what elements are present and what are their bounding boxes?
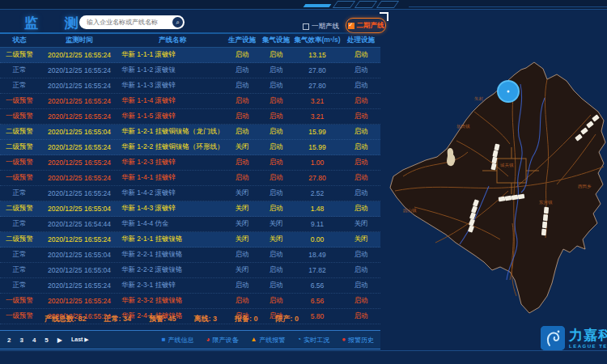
legend-item[interactable]: ■产线信息 [162,336,194,345]
table-row[interactable]: 正常2020/12/25 16:55:24华新 1-1-3 滚镀锌启动启动27.… [0,78,380,94]
summary-item: 预警: 45 [149,314,176,324]
table-cell: 2020/12/25 16:55:24 [39,66,120,74]
table-cell: 启动 [342,112,380,121]
legend-label: 产线信息 [168,336,194,345]
table-cell: 15.99 [293,128,342,136]
page-button[interactable]: 3 [19,336,23,344]
table-cell: 启动 [259,66,293,75]
table-cell: 启动 [225,50,259,60]
table-cell: 启动 [259,81,293,91]
table-cell: 启动 [225,127,259,137]
table-cell: 启动 [259,112,293,121]
search-box[interactable]: ⌕ [79,15,185,29]
table-cell: 一级预警 [0,173,39,183]
column-header: 监测时间 [39,36,120,45]
table-header-row: 状态监测时间产线名称生产设施集气设施集气效率(m³/s)处理设施 [0,34,380,48]
table-cell: 6.56 [293,281,342,290]
column-header: 处理设施 [342,36,380,45]
table-cell: 华新 1-1-5 滚镀锌 [120,112,225,121]
page-button[interactable]: 5 [45,336,48,344]
legend-item[interactable]: ▲产线报警 [250,336,285,345]
search-icon[interactable]: ⌕ [172,17,183,28]
facility-marker[interactable] [541,229,546,235]
table-row[interactable]: 正常2020/12/25 16:55:04华新 2-2-2 滚镀镍铬关闭启动17… [0,263,380,278]
table-row[interactable]: 正常2020/12/25 16:55:24华新 1-4-2 滚镀锌关闭启动2.5… [0,186,380,201]
table-cell: 启动 [342,50,380,60]
table-cell: 启动 [259,265,293,275]
table-row[interactable]: 正常2020/12/25 16:54:44华新 1-4-4 仿金关闭关闭9.11… [0,217,380,232]
table-cell: 2.52 [293,189,342,197]
table-row[interactable]: 正常2020/12/25 16:55:24华新 1-1-2 滚镀镍启动启动27.… [0,63,380,78]
table-cell: 正常 [0,81,39,91]
phase1-checkbox[interactable]: 一期产线 [303,22,339,32]
checkbox-unchecked-icon[interactable] [303,23,309,30]
table-cell: 2020/12/25 16:55:24 [39,97,120,105]
table-row[interactable]: 正常2020/12/25 16:55:04华新 2-2-1 挂镀镍铬启动启动18… [0,248,380,263]
page-button[interactable]: 4 [32,336,36,344]
checkbox-checked-icon[interactable] [348,23,354,29]
summary-bar: 产线总数: 82正常: 34预警: 45离线: 3报备: 0限产: 0 [0,311,380,327]
facility-marker[interactable] [518,194,525,200]
next-page-button[interactable]: ▶ [57,336,62,344]
table-row[interactable]: 一级预警2020/12/25 16:55:24华新 2-3-2 挂镀镍铬启动启动… [0,294,380,309]
legend-item[interactable]: ◕限产设备 [206,336,239,345]
table-row[interactable]: 二级预警2020/12/25 16:55:04华新 1-4-3 滚镀锌关闭启动1… [0,201,380,217]
region-map[interactable]: 朱村坂田镇城关镇西田乡园山镇东河镇 [379,37,607,325]
table-cell: 启动 [259,158,293,167]
table-cell: 二级预警 [0,204,39,214]
phase1-label: 一期产线 [312,22,339,32]
table-row[interactable]: 一级预警2020/12/25 16:55:24华新 1-4-1 挂镀锌启动启动2… [0,171,380,186]
table-cell: 华新 1-1-1 滚镀锌 [120,50,225,60]
legend-item[interactable]: ◔实时工况 [297,336,329,345]
table-cell: 启动 [259,281,293,290]
table-row[interactable]: 一级预警2020/12/25 16:55:24华新 1-1-5 滚镀锌启动启动3… [0,109,380,125]
dot-icon: ● [342,336,346,343]
table-row[interactable]: 一级预警2020/12/25 16:55:24华新 1-2-3 挂镀锌启动启动1… [0,155,380,171]
column-header: 集气设施 [259,36,293,45]
facility-marker[interactable] [544,207,549,214]
alert-circle-center-dot [507,91,510,93]
table-cell: 2020/12/25 16:55:24 [39,297,120,305]
legend-bar: ■产线信息◕限产设备▲产线报警◔实时工况●报警历史 [162,336,380,345]
table-cell: 华新 2-2-2 滚镀镍铬 [120,265,225,275]
search-input[interactable] [79,19,172,26]
table-cell: 关闭 [225,265,259,275]
map-place-label: 园山镇 [403,208,417,214]
facility-marker[interactable] [543,214,548,221]
table-cell: 2020/12/25 16:55:24 [39,143,120,151]
page-button[interactable]: 2 [7,336,11,344]
facility-marker[interactable] [542,222,547,228]
facility-marker[interactable] [505,196,512,201]
table-cell: 启动 [342,296,380,306]
facility-marker[interactable] [511,195,519,201]
table-cell: 17.82 [293,266,342,274]
table-cell: 18.49 [293,251,342,259]
legend-item[interactable]: ●报警历史 [342,336,374,345]
table-cell: 华新 1-2-1 挂镀铜镍铬（龙门线） [120,127,225,137]
summary-item: 产线总数: 82 [45,314,87,324]
table-cell: 正常 [0,250,39,260]
last-page-button[interactable]: Last ▶ [71,336,89,343]
column-header: 产线名称 [120,36,225,45]
table-cell: 启动 [342,265,380,275]
table-cell: 关闭 [225,235,259,244]
table-cell: 启动 [342,250,380,260]
table-row[interactable]: 二级预警2020/12/25 16:55:24华新 1-1-1 滚镀锌启动启动1… [0,48,380,63]
table-cell: 华新 1-1-4 滚镀锌 [120,96,225,106]
table-row[interactable]: 一级预警2020/12/25 16:55:24华新 1-1-4 滚镀锌启动启动3… [0,94,380,109]
column-header: 状态 [0,36,39,45]
facility-marker[interactable] [499,197,506,202]
table-cell: 启动 [342,188,380,198]
table-cell: 2020/12/25 16:55:24 [39,189,120,197]
table-cell: 一级预警 [0,296,39,306]
table-row[interactable]: 二级预警2020/12/25 16:55:24华新 2-1-1 挂镀镍铬关闭关闭… [0,232,380,248]
table-row[interactable]: 二级预警2020/12/25 16:55:04华新 1-2-1 挂镀铜镍铬（龙门… [0,125,380,140]
table-row[interactable]: 二级预警2020/12/25 16:55:24华新 1-2-2 挂镀铜镍铬（环形… [0,140,380,155]
column-header: 生产设施 [225,36,259,45]
table-cell: 关闭 [225,204,259,214]
table-row[interactable]: 正常2020/12/25 16:55:24华新 2-3-1 挂镀锌启动启动6.5… [0,278,380,294]
table-cell: 9.11 [293,220,342,228]
table-cell: 一级预警 [0,96,39,106]
table-cell: 华新 1-1-3 滚镀锌 [120,81,225,91]
table-cell: 3.21 [293,97,342,105]
